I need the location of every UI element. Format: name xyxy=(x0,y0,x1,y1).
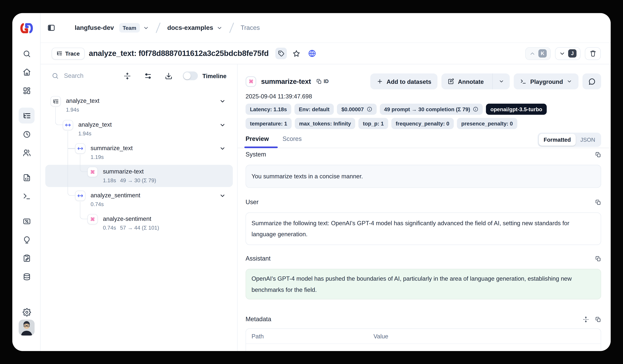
annotate-button[interactable]: Annotate xyxy=(442,73,489,89)
breadcrumb-folder[interactable]: docs-examples xyxy=(167,24,213,31)
sidebar-home-button[interactable] xyxy=(19,64,35,80)
system-message-text: You summarize texts in a concise manner. xyxy=(251,171,363,182)
sidebar-annotation-button[interactable] xyxy=(19,250,35,266)
shortcut-j-key: J xyxy=(568,49,577,58)
copy-icon[interactable] xyxy=(595,199,601,205)
active-tab-indicator xyxy=(244,147,278,148)
collapse-node-chevron[interactable] xyxy=(219,193,226,199)
observation-title: summarize-text xyxy=(261,77,311,86)
public-share-globe-button[interactable] xyxy=(306,47,318,59)
add-to-datasets-button[interactable]: Add to datasets xyxy=(370,73,438,89)
delete-trace-button[interactable] xyxy=(585,47,601,60)
top-navigation-bar: langfuse-dev Team docs-examples Traces xyxy=(41,13,611,43)
sidebar-tracing-button[interactable] xyxy=(19,108,35,124)
trace-type-badge: Trace xyxy=(52,47,84,59)
copy-icon xyxy=(316,79,322,84)
tree-connector xyxy=(68,148,75,149)
previous-trace-button[interactable]: K xyxy=(525,47,551,60)
shortcut-k-key: K xyxy=(538,49,547,58)
copy-icon[interactable] xyxy=(595,256,601,261)
tree-node-summarize_text-span[interactable]: summarize_text 1.19s xyxy=(75,143,133,161)
tab-scores[interactable]: Scores xyxy=(283,135,302,143)
tree-settings-icon[interactable] xyxy=(144,72,152,80)
search-icon xyxy=(52,72,59,80)
info-icon xyxy=(367,106,372,112)
sidebar-users-button[interactable] xyxy=(19,145,35,160)
breadcrumb-page[interactable]: Traces xyxy=(241,24,260,31)
node-name: analyze_text xyxy=(78,121,112,128)
comments-button[interactable] xyxy=(582,73,601,89)
folder-switcher-chevron-icon[interactable] xyxy=(216,25,222,31)
param-max-tokens-badge: max_tokens: Infinity xyxy=(295,118,356,129)
expand-vertical-icon[interactable] xyxy=(583,316,589,322)
generation-node-icon xyxy=(88,167,98,177)
collapse-node-chevron[interactable] xyxy=(219,122,226,128)
format-formatted-option[interactable]: Formatted xyxy=(539,134,576,146)
user-avatar[interactable] xyxy=(19,320,35,336)
param-frequency-penalty-badge: frequency_penalty: 0 xyxy=(391,118,454,129)
breadcrumb-project[interactable]: langfuse-dev xyxy=(75,24,114,31)
project-switcher-chevron-icon[interactable] xyxy=(143,25,149,31)
span-node-icon xyxy=(63,120,73,130)
span-node-icon xyxy=(75,143,86,154)
trace-header-bar: Trace analyze_text: f0f78d8887011612a3c2… xyxy=(41,43,611,64)
collapse-all-icon[interactable] xyxy=(124,72,132,80)
copy-icon[interactable] xyxy=(595,151,601,157)
trace-tree: analyze_text 1.94s analyze_text 1.94s xyxy=(41,87,237,351)
chat-bubble-icon xyxy=(588,78,596,85)
tree-search-input[interactable] xyxy=(64,72,112,80)
collapse-node-chevron[interactable] xyxy=(219,98,226,105)
cost-badge[interactable]: $0.00007 xyxy=(337,104,377,115)
detail-tabs: Preview Scores Formatted JSON xyxy=(238,132,611,148)
download-icon[interactable] xyxy=(165,72,173,80)
tree-toolbar: Timeline xyxy=(41,64,237,87)
observation-timestamp: 2025-09-04 11:39:47.698 xyxy=(245,93,312,100)
tab-preview[interactable]: Preview xyxy=(245,135,269,143)
token-usage-badge[interactable]: 49 prompt → 30 completion (Σ 79) xyxy=(380,104,483,115)
timeline-toggle[interactable] xyxy=(183,71,198,80)
playground-button[interactable]: Playground xyxy=(514,73,578,89)
next-trace-button[interactable]: J xyxy=(555,47,580,60)
id-label: ID xyxy=(324,79,329,84)
latency-badge: Latency: 1.18s xyxy=(245,104,291,115)
tree-node-summarize-text-generation[interactable]: summarize-text 1.18s49 → 30 (Σ 79) xyxy=(88,167,156,184)
tree-node-analyze_text-root[interactable]: analyze_text 1.94s xyxy=(50,96,99,114)
sidebar-rail xyxy=(12,13,41,351)
sidebar-datasets-button[interactable] xyxy=(19,269,35,285)
project-plan-badge: Team xyxy=(119,23,140,33)
copy-id-button[interactable]: ID xyxy=(316,79,329,84)
breadcrumb-separator xyxy=(229,22,234,33)
format-json-option[interactable]: JSON xyxy=(576,136,600,143)
sidebar-sessions-button[interactable] xyxy=(19,126,35,142)
sidebar-dashboards-button[interactable] xyxy=(19,83,35,98)
user-section-label: User xyxy=(245,198,258,206)
tree-node-analyze_sentiment-span[interactable]: analyze_sentiment 0.74s xyxy=(75,191,140,208)
toggle-knob xyxy=(184,72,191,80)
annotate-split-button: Annotate xyxy=(442,73,510,89)
sidebar-settings-button[interactable] xyxy=(19,304,35,320)
node-duration: 1.94s xyxy=(78,130,112,137)
breadcrumb-separator xyxy=(156,22,160,33)
tree-node-analyze_text-span[interactable]: analyze_text 1.94s xyxy=(63,120,112,137)
sidebar-search-button[interactable] xyxy=(19,46,35,62)
plus-icon xyxy=(377,78,383,85)
annotate-dropdown-button[interactable] xyxy=(492,73,510,89)
metadata-section-label: Metadata xyxy=(245,316,271,323)
generation-node-icon xyxy=(88,214,98,224)
bookmark-star-button[interactable] xyxy=(290,47,302,59)
copy-icon[interactable] xyxy=(595,316,601,322)
collapse-sidebar-button[interactable] xyxy=(44,21,58,35)
trace-badge-label: Trace xyxy=(65,50,80,57)
tag-button[interactable] xyxy=(275,48,287,59)
sidebar-scores-button[interactable] xyxy=(19,213,35,229)
sidebar-prompts-button[interactable] xyxy=(19,170,35,186)
tree-node-analyze-sentiment-generation[interactable]: analyze-sentiment 0.74s57 → 44 (Σ 101) xyxy=(88,214,159,232)
sidebar-playground-button[interactable] xyxy=(19,188,35,204)
assistant-section-label: Assistant xyxy=(245,255,270,262)
trace-tree-panel: Timeline analyze_text 1.94s xyxy=(41,64,238,351)
metadata-column-path: Path xyxy=(246,333,374,340)
model-badge[interactable]: openai/gpt-3.5-turbo xyxy=(486,104,547,115)
collapse-node-chevron[interactable] xyxy=(219,145,226,151)
span-node-icon xyxy=(75,191,86,201)
sidebar-evaluation-button[interactable] xyxy=(19,232,35,248)
